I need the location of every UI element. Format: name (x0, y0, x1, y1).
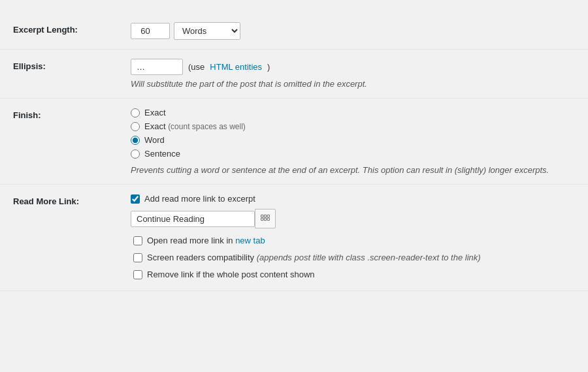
screen-readers-checkbox[interactable] (133, 253, 142, 262)
finish-word-label: Word (144, 135, 165, 145)
ellipsis-label: Ellipsis: (13, 59, 131, 71)
screen-readers-text: Screen readers compatibility (appends po… (147, 252, 481, 264)
ellipsis-content: (use HTML entities) Will substitute the … (131, 59, 575, 89)
finish-exact-label: Exact (144, 108, 166, 117)
finish-option-exact-spaces[interactable]: Exact (count spaces as well) (131, 121, 575, 131)
excerpt-unit-select[interactable]: Words Characters (174, 22, 240, 40)
excerpt-length-content: Words Characters (131, 22, 575, 40)
finish-label: Finish: (13, 108, 131, 120)
finish-description: Prevents cutting a word or sentence at t… (131, 165, 575, 175)
read-more-link-label: Read More Link: (13, 194, 131, 206)
read-more-link-content: Add read more link to excerpt (131, 194, 575, 281)
finish-exact-spaces-sub: (count spaces as well) (168, 122, 246, 131)
svg-rect-2 (267, 215, 270, 217)
excerpt-length-row: Excerpt Length: Words Characters (0, 13, 588, 50)
finish-option-exact[interactable]: Exact (131, 108, 575, 117)
excerpt-length-input[interactable] (131, 23, 170, 39)
remove-link-label[interactable]: Remove link if the whole post content sh… (133, 269, 575, 281)
finish-option-sentence[interactable]: Sentence (131, 149, 575, 159)
finish-radio-word[interactable] (131, 136, 140, 145)
add-read-more-checkbox[interactable] (131, 194, 140, 204)
finish-radio-exact-spaces[interactable] (131, 122, 140, 131)
remove-link-checkbox[interactable] (133, 270, 142, 279)
finish-option-word[interactable]: Word (131, 135, 575, 145)
grid-icon (261, 214, 270, 223)
open-new-tab-text: Open read more link in new tab (147, 235, 265, 247)
continue-reading-input[interactable] (131, 211, 255, 227)
add-read-more-text: Add read more link to excerpt (144, 194, 255, 204)
svg-rect-1 (264, 215, 267, 217)
finish-radio-exact[interactable] (131, 108, 140, 117)
finish-content: Exact Exact (count spaces as well) Word … (131, 108, 575, 175)
excerpt-length-label: Excerpt Length: (13, 22, 131, 35)
finish-radio-group: Exact Exact (count spaces as well) Word … (131, 108, 575, 159)
ellipsis-help-prefix: (use (188, 62, 204, 72)
open-new-tab-label[interactable]: Open read more link in new tab (133, 235, 575, 247)
svg-rect-0 (261, 215, 263, 217)
svg-rect-5 (267, 218, 270, 221)
finish-radio-sentence[interactable] (131, 149, 140, 159)
finish-row: Finish: Exact Exact (count spaces as wel… (0, 99, 588, 185)
continue-reading-picker-button[interactable] (255, 209, 276, 228)
ellipsis-input[interactable] (131, 59, 183, 75)
continue-reading-row (131, 209, 575, 228)
html-entities-link[interactable]: HTML entities (210, 62, 262, 72)
svg-rect-3 (261, 218, 263, 221)
svg-rect-4 (264, 218, 267, 221)
ellipsis-help-suffix: ) (267, 62, 270, 72)
ellipsis-row: Ellipsis: (use HTML entities) Will subst… (0, 50, 588, 99)
remove-link-text: Remove link if the whole post content sh… (147, 269, 315, 281)
screen-readers-label[interactable]: Screen readers compatibility (appends po… (133, 252, 575, 264)
finish-sentence-label: Sentence (144, 149, 180, 159)
sub-checkboxes: Open read more link in new tab Screen re… (133, 235, 575, 281)
finish-exact-spaces-label: Exact (count spaces as well) (144, 121, 246, 131)
open-new-tab-checkbox[interactable] (133, 236, 142, 245)
add-read-more-label[interactable]: Add read more link to excerpt (131, 194, 575, 204)
read-more-link-row: Read More Link: Add read more link to ex… (0, 185, 588, 291)
ellipsis-description: Will substitute the part of the post tha… (131, 79, 575, 89)
